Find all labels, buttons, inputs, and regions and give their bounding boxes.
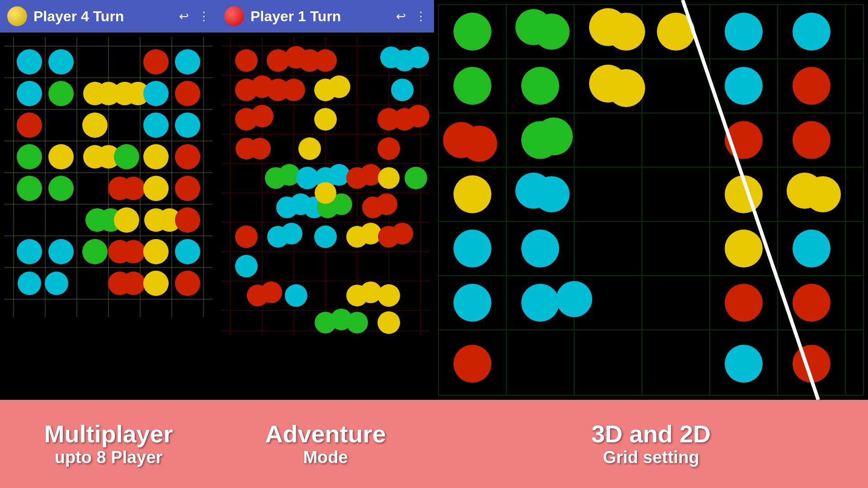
svg-point-180 bbox=[453, 175, 491, 213]
right-caption: 3D and 2D Grid setting bbox=[434, 400, 868, 488]
svg-point-186 bbox=[453, 230, 491, 267]
svg-point-58 bbox=[175, 239, 200, 264]
svg-point-167 bbox=[793, 13, 830, 51]
middle-panel: Player 1 Turn ↩ ⋮ bbox=[217, 0, 434, 488]
svg-point-191 bbox=[521, 284, 559, 322]
svg-point-20 bbox=[175, 49, 200, 75]
middle-caption-sub: Mode bbox=[303, 448, 348, 467]
left-caption-sub: upto 8 Player bbox=[55, 448, 163, 467]
svg-point-105 bbox=[249, 138, 271, 160]
middle-undo-button[interactable]: ↩ bbox=[396, 9, 406, 23]
svg-point-115 bbox=[378, 167, 400, 189]
svg-point-160 bbox=[453, 13, 491, 51]
player1-name: Player 1 Turn bbox=[250, 8, 390, 25]
svg-point-53 bbox=[48, 239, 74, 264]
middle-game-board[interactable] bbox=[217, 33, 434, 400]
svg-point-179 bbox=[793, 121, 830, 159]
svg-point-59 bbox=[18, 272, 41, 295]
svg-point-52 bbox=[17, 239, 42, 264]
svg-point-31 bbox=[143, 113, 169, 138]
right-panel: 3D and 2D Grid setting bbox=[434, 0, 868, 488]
svg-point-43 bbox=[122, 177, 145, 200]
svg-point-27 bbox=[143, 81, 169, 106]
svg-point-196 bbox=[725, 345, 763, 383]
svg-point-57 bbox=[143, 239, 169, 264]
left-game-board[interactable] bbox=[0, 33, 217, 400]
svg-point-99 bbox=[251, 105, 274, 127]
svg-point-112 bbox=[328, 164, 350, 186]
svg-point-97 bbox=[391, 79, 414, 101]
svg-point-128 bbox=[314, 225, 337, 248]
left-more-button[interactable]: ⋮ bbox=[198, 9, 210, 23]
svg-point-123 bbox=[376, 193, 397, 215]
right-game-board[interactable] bbox=[434, 0, 868, 400]
svg-point-29 bbox=[17, 113, 42, 138]
svg-point-116 bbox=[405, 167, 427, 189]
svg-point-171 bbox=[607, 69, 645, 107]
svg-point-48 bbox=[114, 207, 139, 233]
svg-point-62 bbox=[122, 272, 145, 295]
svg-point-169 bbox=[521, 67, 559, 105]
svg-point-172 bbox=[725, 67, 763, 105]
svg-point-124 bbox=[315, 182, 336, 204]
svg-point-96 bbox=[328, 75, 350, 98]
svg-point-107 bbox=[377, 137, 400, 160]
svg-point-28 bbox=[175, 81, 200, 106]
svg-point-87 bbox=[314, 49, 337, 72]
svg-point-194 bbox=[793, 284, 830, 322]
svg-point-106 bbox=[298, 137, 321, 160]
player4-icon bbox=[7, 6, 27, 26]
middle-caption: Adventure Mode bbox=[217, 400, 434, 488]
svg-point-189 bbox=[793, 230, 830, 267]
middle-more-button[interactable]: ⋮ bbox=[415, 9, 427, 23]
svg-point-30 bbox=[82, 113, 108, 138]
svg-point-94 bbox=[283, 79, 305, 101]
svg-point-40 bbox=[17, 176, 42, 201]
player1-icon bbox=[224, 6, 244, 26]
svg-point-125 bbox=[235, 225, 258, 248]
svg-point-45 bbox=[175, 176, 200, 201]
svg-point-54 bbox=[82, 239, 108, 264]
svg-point-127 bbox=[281, 223, 302, 244]
left-panel: Player 4 Turn ↩ ⋮ bbox=[0, 0, 217, 488]
left-caption: Multiplayer upto 8 Player bbox=[0, 400, 217, 488]
middle-top-icons: ↩ ⋮ bbox=[396, 9, 427, 23]
svg-point-44 bbox=[143, 176, 169, 201]
svg-point-162 bbox=[533, 14, 570, 50]
right-caption-main: 3D and 2D bbox=[591, 421, 711, 447]
svg-point-56 bbox=[122, 240, 145, 263]
svg-point-187 bbox=[521, 230, 559, 267]
svg-point-19 bbox=[143, 49, 169, 75]
svg-point-103 bbox=[407, 105, 429, 127]
svg-point-192 bbox=[556, 281, 592, 317]
svg-point-175 bbox=[461, 126, 497, 162]
svg-point-64 bbox=[175, 271, 200, 296]
left-undo-button[interactable]: ↩ bbox=[179, 9, 189, 23]
svg-point-63 bbox=[143, 271, 169, 296]
svg-point-39 bbox=[175, 144, 200, 169]
svg-point-164 bbox=[607, 13, 645, 51]
svg-point-33 bbox=[17, 144, 42, 169]
player4-name: Player 4 Turn bbox=[33, 8, 173, 25]
middle-top-bar: Player 1 Turn ↩ ⋮ bbox=[217, 0, 434, 33]
svg-point-114 bbox=[360, 164, 382, 186]
svg-point-34 bbox=[48, 144, 74, 169]
svg-point-193 bbox=[725, 284, 763, 322]
middle-caption-main: Adventure bbox=[265, 421, 386, 447]
svg-point-22 bbox=[48, 81, 74, 106]
svg-point-60 bbox=[45, 272, 68, 295]
svg-point-166 bbox=[725, 13, 763, 51]
svg-point-177 bbox=[535, 117, 573, 155]
svg-point-195 bbox=[453, 345, 491, 383]
svg-point-182 bbox=[533, 176, 570, 212]
svg-point-37 bbox=[114, 144, 139, 169]
svg-point-41 bbox=[48, 176, 74, 201]
svg-point-143 bbox=[377, 311, 400, 334]
svg-point-135 bbox=[260, 282, 282, 303]
svg-point-185 bbox=[805, 176, 841, 212]
svg-point-168 bbox=[453, 67, 491, 105]
svg-point-51 bbox=[175, 207, 200, 233]
left-top-bar: Player 4 Turn ↩ ⋮ bbox=[0, 0, 217, 33]
svg-point-132 bbox=[392, 223, 413, 244]
svg-point-188 bbox=[725, 230, 763, 267]
